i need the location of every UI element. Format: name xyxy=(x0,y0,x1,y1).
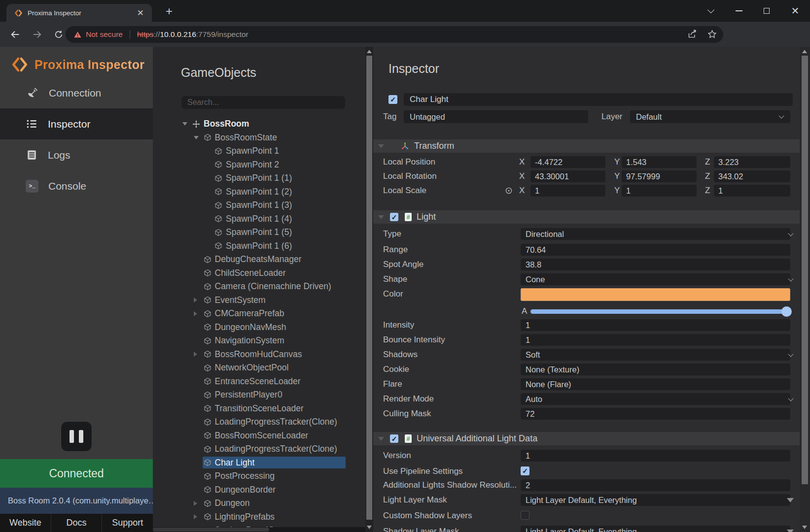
tree-vertical-scrollbar[interactable] xyxy=(365,47,373,532)
collapse-triangle-icon[interactable] xyxy=(378,437,384,441)
tree-item[interactable]: Char Light xyxy=(203,457,346,468)
sidebar-item-inspector[interactable]: Inspector xyxy=(0,108,153,139)
value-field[interactable]: 1 xyxy=(521,334,790,346)
tree-item[interactable]: NetworkObjectPool xyxy=(203,362,346,374)
scroll-down-icon[interactable] xyxy=(802,526,807,529)
tree-item[interactable]: PersistentPlayer0 xyxy=(203,389,346,401)
mask-dropdown-field[interactable]: Light Layer Default, Everything xyxy=(521,494,790,506)
z-value-field[interactable]: 3.223 xyxy=(714,156,790,168)
tree-item[interactable]: DebugCheatsManager xyxy=(203,254,346,266)
pause-button[interactable] xyxy=(61,421,92,452)
footer-link-docs[interactable]: Docs xyxy=(51,514,103,532)
back-icon[interactable] xyxy=(9,28,22,41)
tree-item[interactable]: SpawnPoint 2 xyxy=(213,159,346,170)
y-value-field[interactable]: 1 xyxy=(622,185,697,197)
collapse-triangle-icon[interactable] xyxy=(378,215,384,219)
browser-tab[interactable]: Proxima Inspector ✕ xyxy=(6,4,152,22)
tree-expander-icon[interactable] xyxy=(182,122,191,126)
y-value-field[interactable]: 97.57999 xyxy=(622,170,697,182)
gameobject-name-field[interactable]: Char Light xyxy=(404,93,793,106)
tree-item[interactable]: Camera (Cinemachine Driven) xyxy=(203,281,346,293)
tree-item[interactable]: CMCameraPrefab xyxy=(203,308,346,320)
tree-expander-icon[interactable] xyxy=(194,298,203,302)
tree-item[interactable]: LoadingProgressTracker(Clone) xyxy=(203,416,346,428)
share-icon[interactable] xyxy=(687,29,698,41)
value-field[interactable]: 2 xyxy=(521,479,790,491)
tree-item[interactable]: BossRoomHudCanvas xyxy=(203,348,346,360)
tree-item[interactable]: LightingPrefabs xyxy=(203,511,346,523)
tree-item[interactable]: BossRoomSceneLoader xyxy=(203,430,346,441)
tree-item[interactable]: SpawnPoint 1 (1) xyxy=(213,172,346,184)
x-value-field[interactable]: -4.4722 xyxy=(530,156,605,168)
forward-icon[interactable] xyxy=(31,28,43,41)
transform-section-header[interactable]: Transform xyxy=(373,139,800,153)
tree-item[interactable]: Dungeon xyxy=(203,498,346,509)
light-section-header[interactable]: ✓ # Light xyxy=(373,210,800,224)
uald-section-header[interactable]: ✓ # Universal Additional Light Data xyxy=(373,432,800,445)
tag-field[interactable]: Untagged xyxy=(404,110,588,123)
footer-link-support[interactable]: Support xyxy=(102,514,153,532)
dropdown-field[interactable]: Directional xyxy=(521,228,790,240)
tree-item[interactable]: SpawnPoint 1 (6) xyxy=(213,240,346,252)
x-value-field[interactable]: 1 xyxy=(530,185,605,197)
sidebar-item-console[interactable]: >_Console xyxy=(0,170,153,201)
tree-expander-icon[interactable] xyxy=(194,136,203,139)
tree-item[interactable]: SpawnPoint 1 (3) xyxy=(213,200,346,211)
scroll-down-icon[interactable] xyxy=(367,526,372,529)
bookmark-star-icon[interactable] xyxy=(707,29,717,41)
collapse-triangle-icon[interactable] xyxy=(378,144,384,148)
tree-item[interactable]: NavigationSystem xyxy=(203,335,346,347)
alpha-slider[interactable] xyxy=(530,309,790,314)
y-value-field[interactable]: 1.543 xyxy=(622,156,697,168)
tree-expander-icon[interactable] xyxy=(194,501,203,506)
property-checkbox[interactable] xyxy=(521,511,529,520)
tree-item[interactable]: LoadingProgressTracker(Clone) xyxy=(203,443,346,455)
search-input[interactable] xyxy=(181,96,345,109)
sidebar-item-logs[interactable]: Logs xyxy=(0,139,153,170)
uald-enabled-checkbox[interactable]: ✓ xyxy=(390,434,398,443)
tree-item[interactable]: SpawnPoint 1 xyxy=(213,145,346,157)
inspector-vertical-scrollbar[interactable] xyxy=(800,47,810,532)
link-scale-icon[interactable] xyxy=(505,187,513,197)
maximize-button[interactable] xyxy=(755,0,778,22)
value-field[interactable]: 72 xyxy=(521,408,790,420)
tree-item[interactable]: SpawnPoint 1 (5) xyxy=(213,227,346,238)
tree-item[interactable]: TransitionSceneLoader xyxy=(203,402,346,414)
tree-item[interactable]: BossRoomState xyxy=(203,132,346,143)
value-field[interactable]: 1 xyxy=(521,319,790,331)
tab-close-icon[interactable]: ✕ xyxy=(135,8,146,18)
mask-dropdown-field[interactable]: Light Layer Default, Everything xyxy=(521,526,790,532)
value-field[interactable]: 38.8 xyxy=(521,259,790,270)
dropdown-field[interactable]: Cone xyxy=(521,273,790,285)
tree-expander-icon[interactable] xyxy=(194,352,203,357)
value-field[interactable]: 70.64 xyxy=(521,244,790,256)
tree-item[interactable]: DungeonNavMesh xyxy=(203,321,346,333)
value-field[interactable]: None (Flare) xyxy=(521,378,790,390)
tree-item[interactable]: EventSystem xyxy=(203,294,346,306)
dropdown-field[interactable]: Soft xyxy=(521,349,790,361)
tree-expander-icon[interactable] xyxy=(194,514,203,519)
tree-expander-icon[interactable] xyxy=(194,311,203,316)
inspector-scrollbar-thumb[interactable] xyxy=(802,56,808,484)
tree-item[interactable]: EntranceSceneLoader xyxy=(203,375,346,387)
tab-search-chevron-icon[interactable] xyxy=(700,0,722,22)
sidebar-item-connection[interactable]: Connection xyxy=(0,77,153,108)
value-field[interactable]: None (Texture) xyxy=(521,364,790,375)
tree-item[interactable]: PostProcessing xyxy=(203,470,346,482)
value-field[interactable]: 1 xyxy=(521,450,790,462)
minimize-button[interactable] xyxy=(728,0,750,22)
tree-scrollbar-thumb[interactable] xyxy=(366,56,372,520)
color-swatch[interactable] xyxy=(521,288,790,301)
tree-item[interactable]: ChildSceneLoader xyxy=(203,267,346,279)
layer-dropdown[interactable]: Default xyxy=(630,110,790,123)
x-value-field[interactable]: 43.30001 xyxy=(530,170,605,182)
close-button[interactable]: ✕ xyxy=(784,0,807,22)
reload-icon[interactable] xyxy=(52,28,65,41)
z-value-field[interactable]: 343.02 xyxy=(714,170,790,182)
dropdown-field[interactable]: Auto xyxy=(521,393,790,405)
gameobject-enabled-checkbox[interactable]: ✓ xyxy=(388,95,397,104)
tree-item[interactable]: SpawnPoint 1 (2) xyxy=(213,186,346,198)
property-checkbox[interactable]: ✓ xyxy=(521,466,529,475)
z-value-field[interactable]: 1 xyxy=(714,185,790,197)
address-bar[interactable]: Not secure https :// 10.0.0.216 :7759/in… xyxy=(66,26,723,43)
